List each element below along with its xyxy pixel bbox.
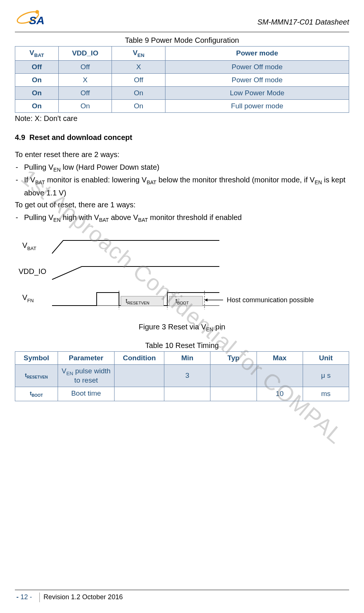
timing-diagram: VBAT VDD_IO VFN tRESETVEN tBOOT Host com… xyxy=(15,233,349,320)
table-row: On X Off Power Off mode xyxy=(15,73,349,86)
page-number: - 12 - xyxy=(15,592,36,603)
svg-text:Host communication possible: Host communication possible xyxy=(227,296,314,304)
table-row: On On On Full power mode xyxy=(15,99,349,112)
table-row: Off Off X Power Off mode xyxy=(15,60,349,73)
bullet-dash: - xyxy=(16,211,18,224)
revision-text: Revision 1.2 October 2016 xyxy=(44,593,123,601)
table-row: tBOOT Boot time 10 ms xyxy=(15,387,349,401)
th-vbat: VBAT xyxy=(15,47,59,61)
svg-text:VBAT: VBAT xyxy=(22,241,36,251)
bullet-item: - If VBAT monitor is enabled: lowering V… xyxy=(15,174,349,198)
footer-divider xyxy=(39,593,40,602)
th-powermode: Power mode xyxy=(165,47,349,61)
table-9: VBAT VDD_IO VEN Power mode Off Off X Pow… xyxy=(15,46,349,113)
table-10-caption: Table 10 Reset Timing xyxy=(15,341,349,350)
bullet-dash: - xyxy=(16,161,18,174)
table-10: Symbol Parameter Condition Min Typ Max U… xyxy=(15,351,349,401)
table-row: On Off On Low Power Mode xyxy=(15,86,349,99)
logo: SA xyxy=(15,7,56,28)
bullet-item: - Pulling VEN high with VBAT above VBAT … xyxy=(15,211,349,224)
th-ven: VEN xyxy=(112,47,165,61)
table-row: Symbol Parameter Condition Min Typ Max U… xyxy=(15,351,349,364)
page-header: SA SM-MMN17-C01 Datasheet xyxy=(15,7,349,28)
table-row: tRESETVEN VEN pulse width to reset 3 μ s xyxy=(15,364,349,387)
svg-text:VFN: VFN xyxy=(22,293,34,303)
bullet-dash: - xyxy=(16,174,18,198)
paragraph: To enter reset there are 2 ways: xyxy=(15,149,349,160)
svg-point-1 xyxy=(35,10,39,14)
table-9-note: Note: X: Don't care xyxy=(15,114,349,123)
svg-marker-15 xyxy=(204,298,207,301)
section-heading: 4.9 Reset and download concept xyxy=(15,133,349,142)
page-footer: - 12 - Revision 1.2 October 2016 xyxy=(15,590,349,603)
svg-text:SA: SA xyxy=(29,14,45,26)
th-vddio: VDD_IO xyxy=(58,47,112,61)
svg-text:VDD_IO: VDD_IO xyxy=(19,267,46,276)
footer-rule xyxy=(15,590,349,590)
table-9-caption: Table 9 Power Mode Configuration xyxy=(15,36,349,45)
table-row: VBAT VDD_IO VEN Power mode xyxy=(15,47,349,61)
figure-3-caption: Figure 3 Reset via VEN pin xyxy=(15,323,349,332)
document-title: SM-MMN17-C01 Datasheet xyxy=(257,18,349,28)
header-rule xyxy=(15,32,349,32)
paragraph: To get out of reset, there are 1 ways: xyxy=(15,199,349,211)
bullet-item: - Pulling VEN low (Hard Power Down state… xyxy=(15,161,349,174)
